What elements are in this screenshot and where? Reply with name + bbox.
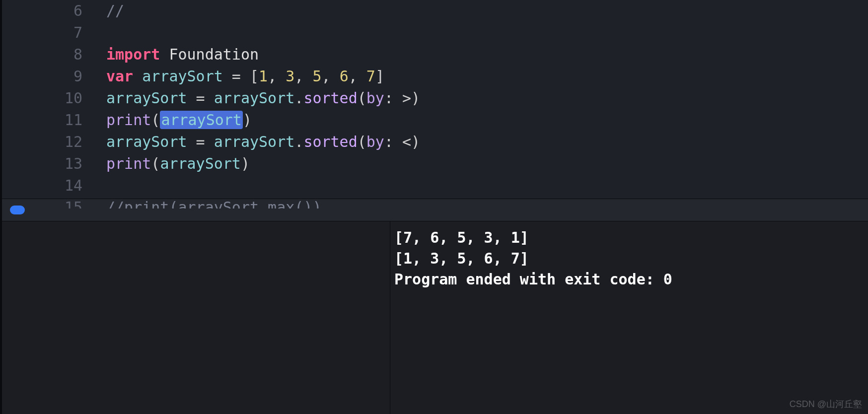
code-line[interactable]: arraySort = arraySort.sorted(by: <)	[106, 131, 868, 153]
code-line[interactable]: import Foundation	[106, 44, 868, 66]
code-token: print	[106, 155, 151, 172]
code-token: =	[187, 133, 214, 150]
code-token: print	[106, 111, 151, 129]
code-token: .	[294, 133, 303, 150]
code-token: (	[358, 89, 366, 107]
console-line: Program ended with exit code: 0	[394, 269, 864, 290]
code-token: = [	[223, 68, 259, 85]
code-token: ,	[268, 68, 286, 85]
code-token: : <)	[384, 133, 420, 150]
code-token: )	[243, 111, 252, 129]
code-token: arraySort	[142, 68, 223, 85]
line-number: 12	[38, 131, 92, 153]
code-token: by	[366, 89, 384, 107]
code-token: arraySort	[214, 89, 295, 107]
line-number: 8	[38, 44, 92, 66]
console-area: [7, 6, 5, 3, 1][1, 3, 5, 6, 7]Program en…	[0, 221, 868, 414]
code-token: .	[294, 89, 303, 107]
editor-left-margin	[2, 0, 38, 199]
code-token: 3	[286, 68, 294, 85]
line-number: 9	[38, 66, 92, 87]
code-token	[133, 68, 142, 85]
code-token: 6	[340, 68, 349, 85]
line-number: 10	[38, 87, 92, 109]
code-token: arraySort	[160, 111, 243, 129]
code-token: ]	[375, 68, 384, 85]
line-number: 13	[38, 153, 92, 175]
code-token: //print(arraySort.max())	[106, 199, 321, 208]
code-token: (	[358, 133, 366, 150]
code-token: arraySort	[214, 133, 295, 150]
code-token: arraySort	[160, 155, 241, 172]
code-line[interactable]: print(arraySort)	[106, 109, 868, 131]
code-token: 1	[259, 68, 268, 85]
line-number: 6	[38, 0, 92, 22]
code-token: import	[106, 46, 160, 63]
code-line[interactable]: var arraySort = [1, 3, 5, 6, 7]	[106, 66, 868, 87]
line-number: 15	[38, 197, 92, 208]
code-token: arraySort	[106, 89, 187, 107]
code-token: 7	[366, 68, 375, 85]
code-token: var	[106, 68, 133, 85]
code-token: sorted	[303, 133, 357, 150]
code-token: Foundation	[169, 46, 259, 63]
console-line: [7, 6, 5, 3, 1]	[394, 227, 864, 248]
console-line: [1, 3, 5, 6, 7]	[394, 248, 864, 269]
code-token: =	[187, 89, 214, 107]
code-token: sorted	[303, 89, 357, 107]
code-token: by	[366, 133, 384, 150]
code-line[interactable]: arraySort = arraySort.sorted(by: >)	[106, 87, 868, 109]
code-line[interactable]	[106, 22, 868, 44]
line-number: 14	[38, 175, 92, 197]
watermark: CSDN @山河丘壑	[790, 398, 862, 410]
code-editor[interactable]: 6789101112131415 //import Foundationvar …	[0, 0, 868, 199]
code-token: (	[151, 111, 160, 129]
line-number: 11	[38, 109, 92, 131]
line-number: 7	[38, 22, 92, 44]
line-number-gutter: 6789101112131415	[38, 0, 92, 199]
code-token: 5	[312, 68, 321, 85]
breakpoint-toggle-icon[interactable]	[10, 206, 25, 214]
code-token: ,	[294, 68, 312, 85]
output-console[interactable]: [7, 6, 5, 3, 1][1, 3, 5, 6, 7]Program en…	[390, 221, 868, 414]
code-token: ,	[349, 68, 366, 85]
code-token: )	[241, 155, 250, 172]
code-token: arraySort	[106, 133, 187, 150]
code-token: ,	[322, 68, 340, 85]
variables-panel[interactable]	[2, 221, 390, 414]
code-line[interactable]: print(arraySort)	[106, 153, 868, 175]
code-line[interactable]: //	[106, 0, 868, 22]
code-token: (	[151, 155, 160, 172]
code-content[interactable]: //import Foundationvar arraySort = [1, 3…	[92, 0, 868, 199]
code-line[interactable]: //print(arraySort.max())	[106, 197, 868, 208]
code-token: : >)	[384, 89, 420, 107]
code-token: //	[106, 2, 124, 19]
code-line[interactable]	[106, 175, 868, 197]
code-token	[160, 46, 169, 63]
